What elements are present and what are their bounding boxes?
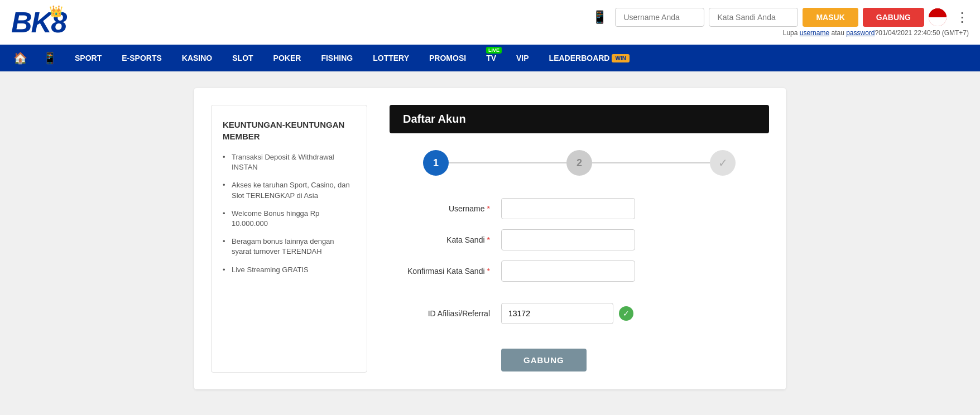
forgot-text: Lupa username atau password? bbox=[783, 29, 879, 37]
referral-input-group: ✓ bbox=[501, 303, 633, 324]
step-line-1 bbox=[449, 162, 566, 163]
left-panel: KEUNTUNGAN-KEUNTUNGAN MEMBER Transaksi D… bbox=[211, 105, 367, 373]
benefit-item: Welcome Bonus hingga Rp 10.000.000 bbox=[223, 209, 356, 229]
mobile-nav-icon[interactable]: 📱 bbox=[35, 45, 65, 71]
right-panel: Daftar Akun 1 2 ✓ Username* bbox=[390, 105, 769, 373]
nav-lottery[interactable]: LOTTERY bbox=[363, 45, 419, 71]
password-label: Kata Sandi* bbox=[390, 235, 501, 244]
step-line-2 bbox=[592, 162, 710, 163]
username-field[interactable] bbox=[501, 198, 635, 219]
header-inputs: 📱 MASUK GABUNG ⋮ bbox=[592, 8, 969, 27]
benefit-item: Beragam bonus lainnya dengan syarat turn… bbox=[223, 237, 356, 257]
masuk-button[interactable]: MASUK bbox=[803, 8, 858, 27]
main-nav: 🏠 📱 SPORT E-SPORTS KASINO SLOT POKER FIS… bbox=[0, 45, 980, 71]
referral-check-icon: ✓ bbox=[619, 306, 633, 321]
benefit-item: Akses ke taruhan Sport, Casino, dan Slot… bbox=[223, 180, 356, 200]
referral-input[interactable] bbox=[501, 303, 613, 324]
confirm-password-label: Konfirmasi Kata Sandi* bbox=[390, 267, 501, 276]
win-badge: WIN bbox=[612, 54, 629, 62]
home-nav-icon[interactable]: 🏠 bbox=[6, 45, 35, 71]
nav-slot[interactable]: SLOT bbox=[222, 45, 263, 71]
required-star: * bbox=[487, 204, 490, 213]
confirm-password-field[interactable] bbox=[501, 260, 635, 282]
live-badge: LIVE bbox=[486, 47, 502, 54]
nav-vip[interactable]: VIP bbox=[506, 45, 539, 71]
confirm-password-row: Konfirmasi Kata Sandi* bbox=[390, 260, 769, 282]
header: BK8 👑 📱 MASUK GABUNG ⋮ Lupa username ata… bbox=[0, 0, 980, 45]
required-star: * bbox=[487, 235, 490, 244]
header-right: 📱 MASUK GABUNG ⋮ Lupa username atau pass… bbox=[592, 8, 969, 37]
nav-kasino[interactable]: KASINO bbox=[172, 45, 222, 71]
tablet-icon: 📱 bbox=[592, 10, 607, 25]
header-meta: Lupa username atau password? 01/04/2021 … bbox=[783, 29, 969, 37]
left-panel-title: KEUNTUNGAN-KEUNTUNGAN MEMBER bbox=[223, 119, 356, 142]
username-link[interactable]: username bbox=[800, 29, 829, 37]
password-row: Kata Sandi* bbox=[390, 229, 769, 250]
nav-tv[interactable]: LIVE TV bbox=[476, 45, 506, 71]
username-row: Username* bbox=[390, 198, 769, 219]
step-2-circle: 2 bbox=[566, 150, 592, 176]
password-input[interactable] bbox=[709, 8, 798, 27]
username-input[interactable] bbox=[615, 8, 704, 27]
nav-poker[interactable]: POKER bbox=[263, 45, 311, 71]
password-link[interactable]: password bbox=[846, 29, 875, 37]
gabung-form-button[interactable]: GABUNG bbox=[501, 349, 587, 371]
logo[interactable]: BK8 👑 bbox=[11, 6, 66, 39]
nav-sport[interactable]: SPORT bbox=[65, 45, 112, 71]
benefit-list: Transaksi Deposit & Withdrawal INSTAN Ak… bbox=[223, 152, 356, 275]
more-icon[interactable]: ⋮ bbox=[955, 9, 969, 25]
datetime: 01/04/2021 22:40:50 (GMT+7) bbox=[878, 29, 969, 37]
form-title: Daftar Akun bbox=[390, 105, 769, 133]
required-star: * bbox=[487, 267, 490, 276]
steps-indicator: 1 2 ✓ bbox=[390, 150, 769, 176]
referral-row: ID Afiliasi/Referral ✓ bbox=[390, 303, 769, 324]
step-done-circle: ✓ bbox=[710, 150, 736, 176]
gabung-header-button[interactable]: GABUNG bbox=[863, 8, 924, 27]
password-field[interactable] bbox=[501, 229, 635, 250]
username-label: Username* bbox=[390, 204, 501, 213]
benefit-item: Transaksi Deposit & Withdrawal INSTAN bbox=[223, 152, 356, 172]
nav-promosi[interactable]: PROMOSI bbox=[419, 45, 476, 71]
step-1-circle: 1 bbox=[423, 150, 449, 176]
nav-fishing[interactable]: FISHING bbox=[311, 45, 363, 71]
checkmark-icon: ✓ bbox=[718, 156, 728, 170]
nav-leaderboard[interactable]: LEADERBOARD WIN bbox=[539, 45, 640, 71]
nav-esports[interactable]: E-SPORTS bbox=[112, 45, 172, 71]
content-wrapper: KEUNTUNGAN-KEUNTUNGAN MEMBER Transaksi D… bbox=[194, 88, 786, 389]
flag-icon[interactable] bbox=[929, 8, 947, 26]
main-content: KEUNTUNGAN-KEUNTUNGAN MEMBER Transaksi D… bbox=[0, 71, 980, 406]
referral-label: ID Afiliasi/Referral bbox=[390, 309, 501, 318]
benefit-item: Live Streaming GRATIS bbox=[223, 265, 356, 275]
